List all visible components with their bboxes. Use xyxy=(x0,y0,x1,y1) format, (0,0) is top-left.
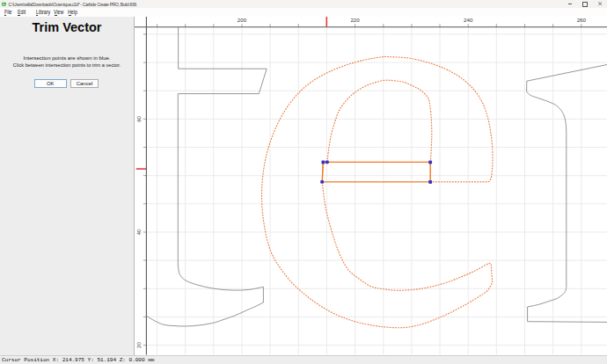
svg-text:240: 240 xyxy=(464,17,473,23)
svg-text:40: 40 xyxy=(135,229,142,235)
svg-text:20: 20 xyxy=(135,342,142,348)
svg-text:220: 220 xyxy=(350,17,360,23)
svg-text:260: 260 xyxy=(577,17,587,23)
svg-text:60: 60 xyxy=(135,115,142,121)
svg-text:200: 200 xyxy=(238,17,247,23)
